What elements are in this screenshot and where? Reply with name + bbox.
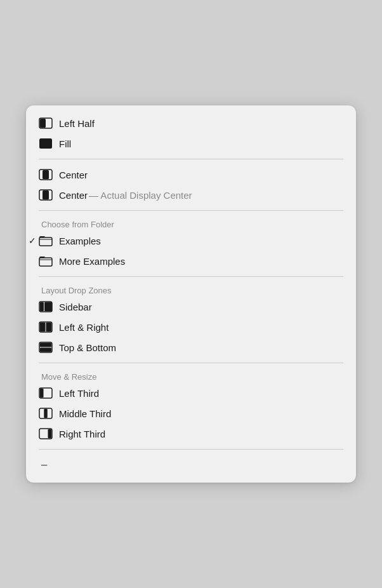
fill-icon <box>39 137 53 150</box>
left-third-label: Left Third <box>59 388 341 399</box>
menu-item-center[interactable]: Center <box>26 164 356 185</box>
left-half-icon <box>39 116 53 130</box>
menu-item-right-third[interactable]: Right Third <box>26 424 356 444</box>
divider-5 <box>39 449 343 450</box>
left-third-icon <box>39 386 53 400</box>
left-half-label: Left Half <box>59 118 341 129</box>
menu-item-examples[interactable]: ✓ Examples <box>26 231 356 251</box>
section-drop-zones: Layout Drop Zones Sidebar Left & Right <box>26 281 356 359</box>
sidebar-icon <box>39 300 53 314</box>
drop-zones-section-label: Layout Drop Zones <box>26 282 356 297</box>
more-examples-label: More Examples <box>59 256 341 267</box>
section-center: Center Center— Actual Display Center <box>26 163 356 206</box>
svg-rect-9 <box>39 258 52 266</box>
section-half-fill: Left Half Fill <box>26 112 356 155</box>
section-folder: Choose from Folder ✓ Examples <box>26 215 356 272</box>
divider-4 <box>39 363 343 363</box>
menu-item-sidebar[interactable]: Sidebar <box>26 297 356 317</box>
svg-rect-7 <box>43 190 49 199</box>
svg-rect-20 <box>40 389 44 398</box>
menu-container: Left Half Fill Center <box>26 105 356 483</box>
checkmark-icon: ✓ <box>29 236 36 246</box>
top-bottom-icon <box>39 340 53 354</box>
center-icon <box>39 168 53 182</box>
fill-label: Fill <box>59 138 341 149</box>
svg-rect-8 <box>39 237 52 246</box>
left-right-icon <box>39 320 53 334</box>
menu-item-top-bottom[interactable]: Top & Bottom <box>26 337 356 357</box>
center-display-icon <box>39 188 53 202</box>
sidebar-label: Sidebar <box>59 302 341 312</box>
svg-rect-15 <box>46 323 52 331</box>
svg-rect-3 <box>40 139 51 148</box>
folder-section-label: Choose from Folder <box>26 216 356 231</box>
section-move-resize: Move & Resize Left Third Middle Third <box>26 367 356 445</box>
center-display-label: Center— Actual Display Center <box>59 190 341 201</box>
menu-item-middle-third[interactable]: Middle Third <box>26 403 356 424</box>
top-bottom-label: Top & Bottom <box>59 342 341 353</box>
svg-rect-12 <box>44 302 52 311</box>
menu-item-left-right[interactable]: Left & Right <box>26 317 356 337</box>
divider-1 <box>39 159 343 159</box>
menu-item-fill[interactable]: Fill <box>26 133 356 154</box>
middle-third-icon <box>39 406 53 420</box>
dash-item[interactable]: – <box>26 453 356 476</box>
menu-item-left-half[interactable]: Left Half <box>26 113 356 133</box>
center-display-subtext: — Actual Display Center <box>89 190 192 201</box>
svg-rect-24 <box>48 429 52 438</box>
menu-item-more-examples[interactable]: More Examples <box>26 251 356 271</box>
menu-item-center-display[interactable]: Center— Actual Display Center <box>26 185 356 205</box>
svg-rect-17 <box>40 343 51 347</box>
svg-rect-14 <box>40 323 46 331</box>
left-right-label: Left & Right <box>59 322 341 333</box>
right-third-label: Right Third <box>59 429 341 439</box>
svg-rect-22 <box>44 409 48 418</box>
svg-rect-1 <box>40 119 46 128</box>
svg-rect-5 <box>43 170 49 179</box>
folder-more-icon <box>39 254 53 268</box>
divider-3 <box>39 276 343 277</box>
center-label: Center <box>59 170 341 180</box>
move-resize-section-label: Move & Resize <box>26 368 356 383</box>
folder-examples-icon <box>39 234 53 248</box>
middle-third-label: Middle Third <box>59 408 341 419</box>
menu-item-left-third[interactable]: Left Third <box>26 383 356 403</box>
divider-2 <box>39 210 343 211</box>
svg-rect-11 <box>40 302 44 311</box>
svg-rect-18 <box>40 348 51 352</box>
right-third-icon <box>39 427 53 441</box>
examples-label: Examples <box>59 236 341 246</box>
